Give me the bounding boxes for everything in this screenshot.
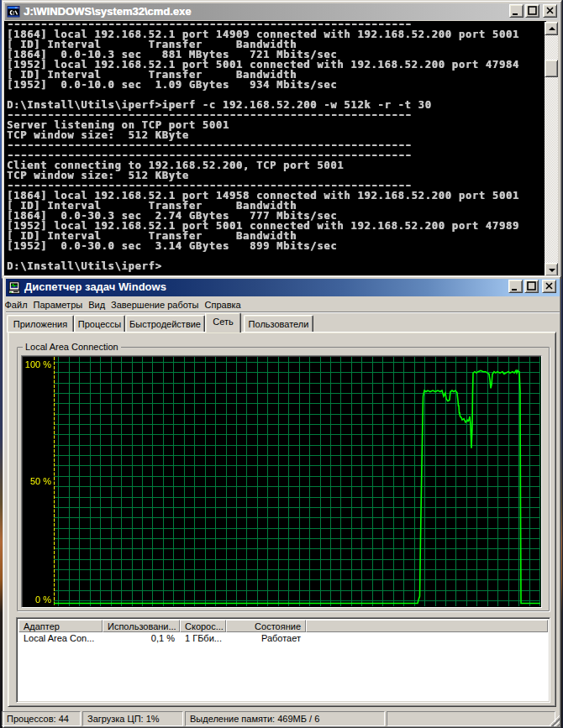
maximize-icon: [525, 280, 539, 292]
minimize-icon: [510, 5, 524, 17]
column-header[interactable]: Состояние: [226, 620, 306, 632]
ytick-0: 0 %: [23, 594, 51, 605]
console-scrollbar[interactable]: [545, 22, 558, 276]
minimize-icon: [509, 280, 523, 292]
resize-grip[interactable]: [548, 715, 560, 726]
maximize-icon: [526, 5, 539, 17]
groupbox-label: Local Area Connection: [23, 342, 121, 352]
tab-Приложения[interactable]: Приложения: [7, 315, 74, 333]
cmd-titlebar[interactable]: J:\WINDOWS\system32\cmd.exe: [5, 3, 560, 20]
tab-Пользователи[interactable]: Пользователи: [244, 315, 313, 333]
adapter-table-header: АдаптерИспользовани...Скорос...Состояние: [18, 620, 548, 632]
column-header-filler: [306, 620, 548, 632]
taskmgr-window-title: Диспетчер задач Windows: [24, 280, 166, 293]
cmd-minimize-button[interactable]: [509, 4, 524, 18]
statusbar-memory: Выделение памяти: 469МБ / 6: [185, 711, 385, 726]
adapter-listview: АдаптерИспользовани...Скорос...Состояние…: [16, 617, 550, 703]
menu-item-Справка[interactable]: Справка: [202, 298, 244, 312]
up-arrow-icon: [549, 27, 555, 30]
column-header[interactable]: Использовани...: [103, 620, 180, 632]
cmd-caption-buttons: [509, 4, 557, 18]
cmd-window-title: J:\WINDOWS\system32\cmd.exe: [24, 5, 191, 18]
tab-Процессы[interactable]: Процессы: [74, 315, 125, 333]
column-header[interactable]: Скорос...: [180, 620, 226, 632]
network-utilization-graph: 100 % 50 % 0 %: [21, 355, 542, 608]
row-cell: 1 ГБби...: [180, 632, 226, 644]
taskmgr-maximize-button[interactable]: [524, 280, 539, 293]
row-cell: 0,1 %: [103, 632, 180, 644]
tab-Сеть[interactable]: Сеть: [205, 312, 241, 333]
adapter-table-row[interactable]: Local Area Con...0,1 %1 ГБби...Работает: [18, 632, 548, 644]
network-tab-page: Local Area Connection 100 % 50 % 0 % Ада…: [8, 332, 556, 707]
taskmgr-titlebar[interactable]: Диспетчер задач Windows: [6, 279, 560, 296]
local-area-connection-groupbox: Local Area Connection 100 % 50 % 0 %: [17, 347, 550, 611]
menubar-separator: [6, 312, 560, 313]
console-line: [1952] 0.0-10.0 sec 1.09 GBytes 934 Mbit…: [7, 80, 519, 90]
console-line: D:\Install\Utils\iperf>: [7, 261, 519, 271]
menu-item-Завершение работы[interactable]: Завершение работы: [108, 298, 202, 312]
taskmgr-minimize-button[interactable]: [508, 280, 523, 293]
desktop: { "cmd_window": { "title": "J:\\WINDOWS\…: [0, 0, 563, 728]
taskmgr-caption-buttons: [508, 280, 556, 293]
taskmgr-window: Диспетчер задач Windows ФайлПараметрыВид…: [3, 275, 561, 728]
scrollbar-thumb[interactable]: [545, 60, 558, 77]
scrollbar-down-button[interactable]: [545, 263, 558, 276]
console-output[interactable]: ----------------------------------------…: [4, 21, 546, 276]
close-icon: [543, 280, 556, 292]
statusbar-empty: [387, 711, 555, 726]
cmd-close-button[interactable]: [543, 4, 557, 18]
statusbar-cpu: Загрузка ЦП: 1%: [82, 711, 183, 726]
row-cell: Работает: [226, 632, 306, 644]
taskmgr-statusbar: Процессов: 44 Загрузка ЦП: 1% Выделение …: [2, 711, 555, 726]
graph-plot-area: 100 % 50 % 0 %: [23, 357, 542, 606]
ytick-100: 100 %: [23, 359, 51, 369]
taskmgr-icon: [8, 281, 21, 295]
close-icon: [544, 5, 557, 17]
taskmgr-menubar: ФайлПараметрыВидЗавершение работыСправка: [2, 297, 556, 312]
column-header[interactable]: Адаптер: [18, 620, 103, 632]
menu-item-Файл[interactable]: Файл: [2, 298, 30, 312]
row-cell: Local Area Con...: [18, 632, 103, 644]
ytick-50: 50 %: [23, 476, 51, 486]
utilization-chart: [23, 357, 542, 606]
tab-Быстродействие[interactable]: Быстродействие: [125, 315, 205, 333]
taskmgr-close-button[interactable]: [542, 280, 556, 293]
cmd-icon: [7, 5, 20, 18]
cmd-maximize-button[interactable]: [525, 4, 539, 18]
statusbar-processes: Процессов: 44: [2, 711, 81, 726]
scrollbar-up-button[interactable]: [545, 22, 558, 35]
cmd-window: J:\WINDOWS\system32\cmd.exe ------------…: [2, 0, 562, 279]
console-text: ----------------------------------------…: [7, 21, 519, 271]
menu-item-Вид[interactable]: Вид: [86, 298, 108, 312]
console-line: [1952] 0.0-30.0 sec 3.14 GBytes 899 Mbit…: [7, 241, 519, 251]
down-arrow-icon: [549, 269, 555, 272]
menu-item-Параметры[interactable]: Параметры: [30, 298, 86, 312]
